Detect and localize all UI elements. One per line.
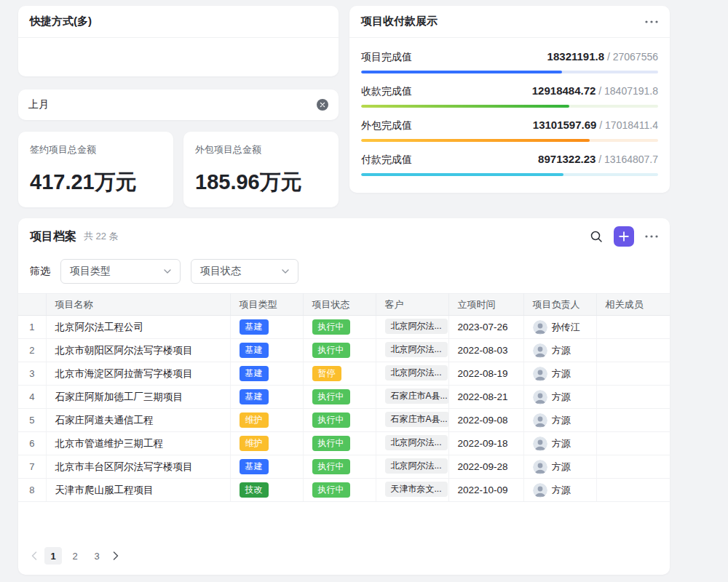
project-status-tag: 执行中 <box>312 436 350 451</box>
metric-values: 12918484.72 / 18407191.8 <box>532 84 658 97</box>
project-name-cell: 石家庄阿斯加德工厂三期项目 <box>46 386 230 409</box>
project-type-tag: 基建 <box>240 343 269 358</box>
table-row[interactable]: 8 天津市爬山服工程项目 技改 执行中 天津市奈文... 2022-10-09 <box>18 479 670 502</box>
metric-row: 项目完成值 18321191.8 / 27067556 <box>361 50 658 73</box>
metric-separator: / <box>596 85 604 97</box>
metric-value: 8971322.23 <box>538 153 596 165</box>
customer-cell: 北京阿尔法... <box>376 316 448 339</box>
project-records-card: 项目档案 共 22 条 筛选 项目类型 项目状态 <box>18 218 670 575</box>
project-type-cell: 维护 <box>230 409 303 432</box>
start-date-cell: 2022-10-09 <box>448 479 523 502</box>
project-type-tag: 维护 <box>240 436 269 451</box>
project-status-tag: 暂停 <box>312 366 341 381</box>
project-type-cell: 基建 <box>230 455 303 479</box>
prev-page-icon[interactable] <box>30 551 39 560</box>
start-date-cell: 2022-09-18 <box>448 432 523 455</box>
plus-icon <box>619 231 629 242</box>
pagination: 1 2 3 <box>30 547 120 565</box>
payment-card-header: 项目收付款展示 <box>349 6 670 38</box>
stat-value: 417.21万元 <box>30 168 162 197</box>
dashboard-page: 快捷方式(多) 上月 签约项目总金额 417.21万元 外包项目总金额 185.… <box>0 0 728 582</box>
page-number[interactable]: 1 <box>44 547 62 565</box>
table-row[interactable]: 4 石家庄阿斯加德工厂三期项目 基建 执行中 石家庄市A县... 2022-08… <box>18 386 670 409</box>
avatar <box>533 460 547 474</box>
members-cell <box>596 386 670 409</box>
project-name-cell: 石家庄阿道夫通信工程 <box>46 409 230 432</box>
table-row[interactable]: 6 北京市管道维护三期工程 维护 执行中 北京阿尔法... 2022-09-18 <box>18 432 670 455</box>
project-status-cell: 执行中 <box>303 455 376 479</box>
customer-tag: 北京阿尔法... <box>385 458 448 474</box>
next-page-icon[interactable] <box>111 551 120 560</box>
members-cell <box>596 339 670 362</box>
project-status-tag: 执行中 <box>312 459 350 474</box>
owner-name: 方源 <box>552 344 571 357</box>
table-row[interactable]: 7 北京市丰台区阿尔法写字楼项目 基建 执行中 北京阿尔法... 2022-09… <box>18 455 670 479</box>
month-filter[interactable]: 上月 <box>18 89 339 120</box>
table-actions <box>590 226 658 247</box>
shortcuts-card: 快捷方式(多) <box>18 6 339 76</box>
metric-total: 27067556 <box>613 51 658 63</box>
column-header <box>18 294 46 316</box>
page-number[interactable]: 3 <box>88 547 106 565</box>
project-type-cell: 基建 <box>230 316 303 339</box>
members-cell <box>596 409 670 432</box>
record-count: 共 22 条 <box>84 230 119 243</box>
start-date-cell: 2022-08-19 <box>448 362 523 386</box>
customer-cell: 石家庄市A县... <box>376 409 448 432</box>
metric-separator: / <box>604 51 613 63</box>
progress-track <box>361 71 658 73</box>
table-row[interactable]: 1 北京阿尔法工程公司 基建 执行中 北京阿尔法... 2023-07-26 <box>18 316 670 339</box>
progress-fill <box>361 71 562 73</box>
page-number[interactable]: 2 <box>66 547 84 565</box>
owner-name: 孙传江 <box>552 321 580 334</box>
search-icon[interactable] <box>590 230 603 243</box>
project-status-tag: 执行中 <box>312 412 350 428</box>
start-date-cell: 2022-08-03 <box>448 339 523 362</box>
members-cell <box>596 362 670 386</box>
table-row[interactable]: 5 石家庄阿道夫通信工程 维护 执行中 石家庄市A县... 2022-09-08 <box>18 409 670 432</box>
progress-fill <box>361 139 590 142</box>
metric-label: 付款完成值 <box>361 154 412 167</box>
project-status-cell: 执行中 <box>303 339 376 362</box>
owner-name: 方源 <box>552 414 571 427</box>
row-index: 2 <box>18 339 46 362</box>
project-type-tag: 基建 <box>240 389 269 404</box>
project-status-cell: 执行中 <box>303 386 376 409</box>
customer-tag: 石家庄市A县... <box>385 388 449 404</box>
payment-card-title: 项目收付款展示 <box>361 15 438 28</box>
table-row[interactable]: 3 北京市海淀区阿拉蕾写字楼项目 基建 暂停 北京阿尔法... 2022-08-… <box>18 362 670 386</box>
project-status-filter-dropdown[interactable]: 项目状态 <box>191 259 298 284</box>
avatar <box>533 367 547 381</box>
owner-name: 方源 <box>552 437 571 450</box>
customer-tag: 石家庄市A县... <box>385 412 449 427</box>
owner-cell: 方源 <box>523 339 596 362</box>
row-index: 6 <box>18 432 46 455</box>
table-row[interactable]: 2 北京市朝阳区阿尔法写字楼项目 基建 执行中 北京阿尔法... 2022-08… <box>18 339 670 362</box>
add-record-button[interactable] <box>614 226 634 247</box>
avatar <box>533 343 547 358</box>
more-icon[interactable] <box>645 235 658 238</box>
filter-label: 筛选 <box>30 265 50 278</box>
customer-tag: 北京阿尔法... <box>385 435 448 450</box>
progress-fill <box>361 105 569 108</box>
start-date-cell: 2022-08-21 <box>448 386 523 409</box>
customer-tag: 北京阿尔法... <box>385 342 448 357</box>
project-status-cell: 执行中 <box>303 432 376 455</box>
row-index: 4 <box>18 386 46 409</box>
column-header: 项目负责人 <box>523 294 596 316</box>
metric-value: 18321191.8 <box>547 50 604 63</box>
project-status-tag: 执行中 <box>312 343 350 358</box>
project-status-cell: 执行中 <box>303 479 376 502</box>
metric-values: 13101597.69 / 17018411.4 <box>533 119 658 131</box>
project-type-cell: 基建 <box>230 339 303 362</box>
dropdown-label: 项目状态 <box>200 265 241 278</box>
customer-cell: 北京阿尔法... <box>376 362 448 386</box>
project-type-filter-dropdown[interactable]: 项目类型 <box>60 259 181 284</box>
project-status-cell: 暂停 <box>303 362 376 386</box>
metric-separator: / <box>596 119 605 131</box>
clear-filter-icon[interactable] <box>317 99 328 111</box>
table-header-row: 项目名称 项目类型 项目状态 客户 立项时间 项目负责人 相关成员 <box>18 294 670 316</box>
row-index: 8 <box>18 479 46 502</box>
more-icon[interactable] <box>645 20 658 23</box>
metric-total: 13164807.7 <box>604 154 658 165</box>
